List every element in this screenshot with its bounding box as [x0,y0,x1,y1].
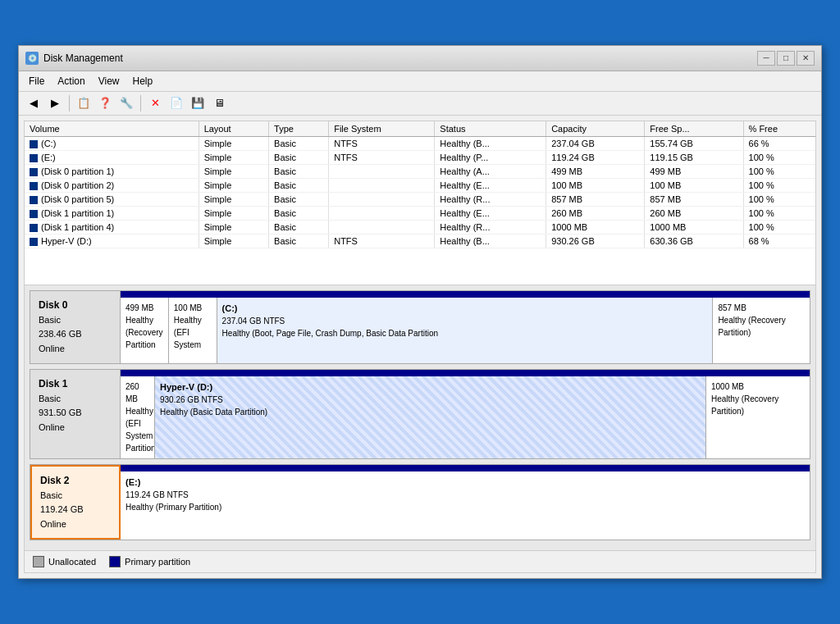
table-row[interactable]: (C:) Simple Basic NTFS Healthy (B... 237… [25,136,815,150]
maximize-button[interactable]: □ [777,51,795,66]
separator-2 [140,95,141,112]
partition-desc: Healthy (Basic Data Partition) [160,406,701,418]
back-button[interactable]: ◀ [24,94,43,112]
delete-button[interactable]: ✕ [145,94,165,112]
partition[interactable]: 499 MBHealthy (Recovery Partition [121,298,169,363]
cell-type: Basic [269,221,329,235]
separator-1 [69,95,70,112]
partition[interactable]: 100 MBHealthy (EFI System [169,298,217,363]
table-row[interactable]: Hyper-V (D:) Simple Basic NTFS Healthy (… [25,235,815,248]
cell-type: Basic [269,150,329,164]
partition-name: (C:) [222,302,708,316]
cell-status: Healthy (R... [435,192,546,206]
cell-filesystem: NTFS [329,150,435,164]
col-filesystem[interactable]: File System [329,121,435,137]
cell-capacity: 930.26 GB [546,235,645,248]
main-content: Volume Layout Type File System Status Ca… [24,121,816,574]
partition-desc: Healthy (Recovery Partition) [718,314,805,339]
minimize-button[interactable]: ─ [757,51,775,66]
partition[interactable]: 260 MBHealthy (EFI System Partition) [121,376,155,458]
table-row[interactable]: (E:) Simple Basic NTFS Healthy (P... 119… [25,150,815,164]
window-title: Disk Management [43,52,757,64]
menu-view[interactable]: View [92,73,126,89]
cell-pct: 66 % [743,136,815,150]
disk-bar [121,465,810,471]
table-row[interactable]: (Disk 1 partition 4) Simple Basic Health… [25,221,815,235]
col-free[interactable]: Free Sp... [645,121,743,137]
menu-help[interactable]: Help [126,73,160,89]
cell-volume: Hyper-V (D:) [25,235,199,248]
cell-status: Healthy (B... [435,235,546,248]
partition[interactable]: 857 MBHealthy (Recovery Partition) [713,298,810,363]
cell-filesystem: NTFS [329,136,435,150]
partition[interactable]: (C:)237.04 GB NTFSHealthy (Boot, Page Fi… [217,298,714,363]
cell-volume: (E:) [25,150,199,164]
partition[interactable]: (E:)119.24 GB NTFSHealthy (Primary Parti… [121,471,810,540]
partition-size: 930.26 GB NTFS [160,394,701,406]
cell-capacity: 119.24 GB [546,150,645,164]
cell-free: 630.36 GB [645,235,743,248]
cell-filesystem [329,221,435,235]
disk-partitions: 499 MBHealthy (Recovery Partition100 MBH… [121,291,810,363]
cell-volume: (Disk 1 partition 4) [25,221,199,235]
disk-management-window: 💿 Disk Management ─ □ ✕ File Action View… [18,45,822,580]
col-volume[interactable]: Volume [25,121,199,137]
cell-filesystem [329,164,435,178]
cell-free: 1000 MB [645,221,743,235]
cell-volume: (Disk 0 partition 5) [25,192,199,206]
table-row[interactable]: (Disk 1 partition 1) Simple Basic Health… [25,207,815,221]
close-button[interactable]: ✕ [797,51,815,66]
disk-partitions: (E:)119.24 GB NTFSHealthy (Primary Parti… [121,465,810,540]
cell-volume: (Disk 1 partition 1) [25,207,199,221]
partition[interactable]: 1000 MBHealthy (Recovery Partition) [706,376,810,458]
forward-button[interactable]: ▶ [45,94,65,112]
cell-capacity: 260 MB [546,207,645,221]
col-layout[interactable]: Layout [199,121,268,137]
col-capacity[interactable]: Capacity [546,121,645,137]
table-row[interactable]: (Disk 0 partition 2) Simple Basic Health… [25,178,815,192]
table-row[interactable]: (Disk 0 partition 5) Simple Basic Health… [25,192,815,206]
cell-filesystem [329,207,435,221]
col-status[interactable]: Status [435,121,546,137]
display-button[interactable]: 🖥 [209,94,229,112]
menu-bar: File Action View Help [19,71,821,92]
menu-action[interactable]: Action [51,73,91,89]
cell-layout: Simple [199,164,268,178]
new-button[interactable]: 📄 [167,94,186,112]
cell-capacity: 857 MB [546,192,645,206]
cell-capacity: 237.04 GB [546,136,645,150]
partition-desc: Healthy (Recovery Partition [126,314,163,351]
cell-status: Healthy (E... [435,178,546,192]
help-button[interactable]: ❓ [95,94,115,112]
disk-row[interactable]: Disk 2Basic119.24 GBOnline(E:)119.24 GB … [30,464,810,541]
col-type[interactable]: Type [269,121,329,137]
cell-layout: Simple [199,136,268,150]
cell-free: 100 MB [645,178,743,192]
properties-button[interactable]: 📋 [74,94,94,112]
cell-type: Basic [269,136,329,150]
partition[interactable]: Hyper-V (D:)930.26 GB NTFSHealthy (Basic… [155,376,706,458]
volume-table-wrapper[interactable]: Volume Layout Type File System Status Ca… [25,121,815,285]
cell-volume: (Disk 0 partition 1) [25,164,199,178]
cell-status: Healthy (E... [435,207,546,221]
legend-primary-box [109,556,121,567]
disk-label: Disk 1Basic931.50 GBOnline [30,370,121,458]
save-button[interactable]: 💾 [188,94,208,112]
volume-table: Volume Layout Type File System Status Ca… [25,121,815,249]
table-row[interactable]: (Disk 0 partition 1) Simple Basic Health… [25,164,815,178]
disk-parts-row: 260 MBHealthy (EFI System Partition)Hype… [121,376,810,458]
settings-button[interactable]: 🔧 [116,94,136,112]
cell-layout: Simple [199,192,268,206]
cell-volume: (Disk 0 partition 2) [25,178,199,192]
disk-row[interactable]: Disk 1Basic931.50 GBOnline260 MBHealthy … [30,369,810,459]
cell-status: Healthy (B... [435,136,546,150]
cell-layout: Simple [199,235,268,248]
menu-file[interactable]: File [22,73,51,89]
cell-filesystem [329,178,435,192]
disk-bar [121,370,810,376]
cell-type: Basic [269,164,329,178]
cell-free: 499 MB [645,164,743,178]
disk-parts-row: (E:)119.24 GB NTFSHealthy (Primary Parti… [121,471,810,540]
col-pct[interactable]: % Free [743,121,815,137]
disk-row[interactable]: Disk 0Basic238.46 GBOnline499 MBHealthy … [30,290,810,364]
